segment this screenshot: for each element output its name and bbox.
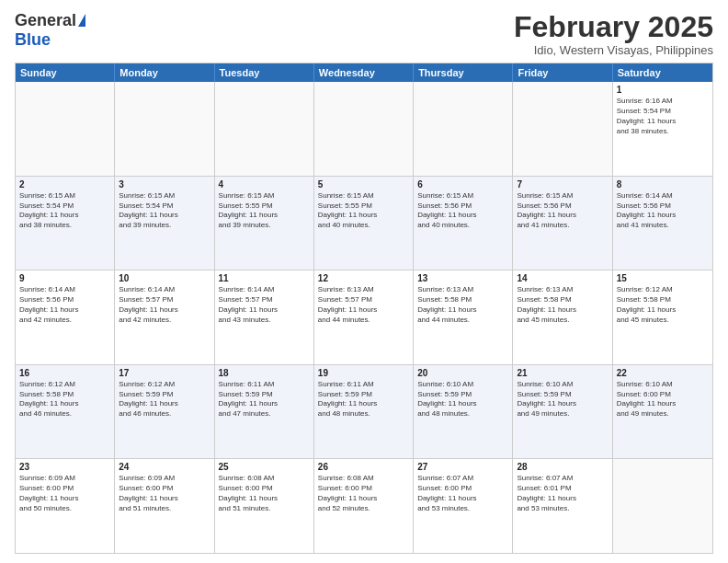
calendar-row: 9Sunrise: 6:14 AM Sunset: 5:56 PM Daylig… <box>16 270 712 365</box>
calendar-header-cell: Saturday <box>613 63 712 82</box>
calendar-cell: 24Sunrise: 6:09 AM Sunset: 6:00 PM Dayli… <box>115 459 214 553</box>
day-info: Sunrise: 6:13 AM Sunset: 5:57 PM Dayligh… <box>318 285 409 325</box>
day-number: 21 <box>517 368 608 378</box>
day-number: 4 <box>219 179 310 190</box>
calendar-cell: 13Sunrise: 6:13 AM Sunset: 5:58 PM Dayli… <box>414 270 513 364</box>
day-info: Sunrise: 6:10 AM Sunset: 6:00 PM Dayligh… <box>617 380 709 419</box>
day-number: 26 <box>318 462 409 472</box>
page: General Blue February 2025 Idio, Western… <box>0 0 728 563</box>
day-info: Sunrise: 6:07 AM Sunset: 6:00 PM Dayligh… <box>417 474 508 513</box>
header: General Blue February 2025 Idio, Western… <box>15 11 713 57</box>
calendar-cell <box>314 82 414 176</box>
calendar-header: SundayMondayTuesdayWednesdayThursdayFrid… <box>16 63 712 82</box>
day-info: Sunrise: 6:10 AM Sunset: 5:59 PM Dayligh… <box>417 380 508 419</box>
calendar-cell: 20Sunrise: 6:10 AM Sunset: 5:59 PM Dayli… <box>414 365 513 459</box>
calendar-cell: 1Sunrise: 6:16 AM Sunset: 5:54 PM Daylig… <box>613 82 712 176</box>
calendar-cell: 15Sunrise: 6:12 AM Sunset: 5:58 PM Dayli… <box>613 270 712 364</box>
day-info: Sunrise: 6:12 AM Sunset: 5:58 PM Dayligh… <box>617 285 709 325</box>
month-title: February 2025 <box>514 11 713 43</box>
day-info: Sunrise: 6:07 AM Sunset: 6:01 PM Dayligh… <box>517 474 608 513</box>
day-info: Sunrise: 6:16 AM Sunset: 5:54 PM Dayligh… <box>617 97 709 136</box>
day-number: 23 <box>19 462 110 472</box>
day-number: 11 <box>219 273 310 283</box>
day-number: 20 <box>417 368 508 378</box>
calendar-cell <box>115 82 214 176</box>
day-number: 19 <box>318 368 409 378</box>
day-info: Sunrise: 6:13 AM Sunset: 5:58 PM Dayligh… <box>517 285 608 325</box>
calendar-cell: 22Sunrise: 6:10 AM Sunset: 6:00 PM Dayli… <box>613 365 712 459</box>
calendar-cell: 12Sunrise: 6:13 AM Sunset: 5:57 PM Dayli… <box>314 270 414 364</box>
day-number: 16 <box>19 368 110 378</box>
logo-triangle-icon <box>78 14 85 27</box>
calendar-body: 1Sunrise: 6:16 AM Sunset: 5:54 PM Daylig… <box>16 82 712 553</box>
day-info: Sunrise: 6:15 AM Sunset: 5:55 PM Dayligh… <box>318 191 409 231</box>
calendar-row: 23Sunrise: 6:09 AM Sunset: 6:00 PM Dayli… <box>16 459 712 553</box>
day-info: Sunrise: 6:15 AM Sunset: 5:54 PM Dayligh… <box>19 191 110 231</box>
day-info: Sunrise: 6:12 AM Sunset: 5:59 PM Dayligh… <box>119 380 210 419</box>
day-number: 5 <box>318 179 409 190</box>
day-info: Sunrise: 6:15 AM Sunset: 5:56 PM Dayligh… <box>517 191 608 231</box>
day-number: 24 <box>119 462 210 472</box>
day-info: Sunrise: 6:08 AM Sunset: 6:00 PM Dayligh… <box>219 474 310 513</box>
calendar-cell: 9Sunrise: 6:14 AM Sunset: 5:56 PM Daylig… <box>16 270 115 364</box>
location: Idio, Western Visayas, Philippines <box>514 43 713 57</box>
day-number: 7 <box>517 179 608 190</box>
calendar-cell: 27Sunrise: 6:07 AM Sunset: 6:00 PM Dayli… <box>414 459 513 553</box>
day-number: 8 <box>617 179 709 190</box>
day-number: 28 <box>517 462 608 472</box>
calendar-cell: 26Sunrise: 6:08 AM Sunset: 6:00 PM Dayli… <box>314 459 414 553</box>
day-info: Sunrise: 6:09 AM Sunset: 6:00 PM Dayligh… <box>19 474 110 513</box>
calendar-cell: 28Sunrise: 6:07 AM Sunset: 6:01 PM Dayli… <box>513 459 612 553</box>
calendar-row: 1Sunrise: 6:16 AM Sunset: 5:54 PM Daylig… <box>16 82 712 177</box>
day-number: 3 <box>119 179 210 190</box>
calendar-row: 16Sunrise: 6:12 AM Sunset: 5:58 PM Dayli… <box>16 365 712 460</box>
day-number: 1 <box>617 85 709 95</box>
calendar-cell: 7Sunrise: 6:15 AM Sunset: 5:56 PM Daylig… <box>513 177 612 270</box>
calendar-cell <box>414 82 513 176</box>
calendar-cell: 10Sunrise: 6:14 AM Sunset: 5:57 PM Dayli… <box>115 270 214 364</box>
calendar-cell: 2Sunrise: 6:15 AM Sunset: 5:54 PM Daylig… <box>16 177 115 270</box>
day-info: Sunrise: 6:12 AM Sunset: 5:58 PM Dayligh… <box>19 380 110 419</box>
day-info: Sunrise: 6:15 AM Sunset: 5:55 PM Dayligh… <box>219 191 310 231</box>
calendar-cell: 8Sunrise: 6:14 AM Sunset: 5:56 PM Daylig… <box>613 177 712 270</box>
day-number: 18 <box>219 368 310 378</box>
day-number: 17 <box>119 368 210 378</box>
day-info: Sunrise: 6:14 AM Sunset: 5:57 PM Dayligh… <box>219 285 310 325</box>
calendar-cell: 25Sunrise: 6:08 AM Sunset: 6:00 PM Dayli… <box>215 459 314 553</box>
day-number: 25 <box>219 462 310 472</box>
calendar-cell: 3Sunrise: 6:15 AM Sunset: 5:54 PM Daylig… <box>115 177 214 270</box>
calendar-cell: 19Sunrise: 6:11 AM Sunset: 5:59 PM Dayli… <box>314 365 414 459</box>
logo: General Blue <box>15 11 85 50</box>
calendar-cell: 6Sunrise: 6:15 AM Sunset: 5:56 PM Daylig… <box>414 177 513 270</box>
calendar-header-cell: Friday <box>513 63 612 82</box>
logo-general: General <box>15 11 76 30</box>
calendar-cell <box>613 459 712 553</box>
calendar-cell: 18Sunrise: 6:11 AM Sunset: 5:59 PM Dayli… <box>215 365 314 459</box>
calendar-cell: 14Sunrise: 6:13 AM Sunset: 5:58 PM Dayli… <box>513 270 612 364</box>
day-number: 10 <box>119 273 210 283</box>
calendar-header-cell: Sunday <box>16 63 115 82</box>
day-info: Sunrise: 6:13 AM Sunset: 5:58 PM Dayligh… <box>417 285 508 325</box>
calendar-cell: 16Sunrise: 6:12 AM Sunset: 5:58 PM Dayli… <box>16 365 115 459</box>
day-number: 27 <box>417 462 508 472</box>
calendar-cell <box>215 82 314 176</box>
day-number: 13 <box>417 273 508 283</box>
calendar: SundayMondayTuesdayWednesdayThursdayFrid… <box>15 63 713 554</box>
calendar-cell: 21Sunrise: 6:10 AM Sunset: 5:59 PM Dayli… <box>513 365 612 459</box>
day-info: Sunrise: 6:14 AM Sunset: 5:56 PM Dayligh… <box>19 285 110 325</box>
day-info: Sunrise: 6:15 AM Sunset: 5:54 PM Dayligh… <box>119 191 210 231</box>
calendar-cell: 17Sunrise: 6:12 AM Sunset: 5:59 PM Dayli… <box>115 365 214 459</box>
calendar-header-cell: Monday <box>115 63 214 82</box>
calendar-cell: 23Sunrise: 6:09 AM Sunset: 6:00 PM Dayli… <box>16 459 115 553</box>
day-info: Sunrise: 6:08 AM Sunset: 6:00 PM Dayligh… <box>318 474 409 513</box>
day-number: 2 <box>19 179 110 190</box>
day-info: Sunrise: 6:11 AM Sunset: 5:59 PM Dayligh… <box>318 380 409 419</box>
title-section: February 2025 Idio, Western Visayas, Phi… <box>514 11 713 57</box>
calendar-header-cell: Thursday <box>414 63 513 82</box>
day-number: 9 <box>19 273 110 283</box>
day-number: 6 <box>417 179 508 190</box>
day-info: Sunrise: 6:14 AM Sunset: 5:56 PM Dayligh… <box>617 191 709 231</box>
calendar-header-cell: Tuesday <box>215 63 314 82</box>
day-number: 22 <box>617 368 709 378</box>
calendar-cell <box>16 82 115 176</box>
